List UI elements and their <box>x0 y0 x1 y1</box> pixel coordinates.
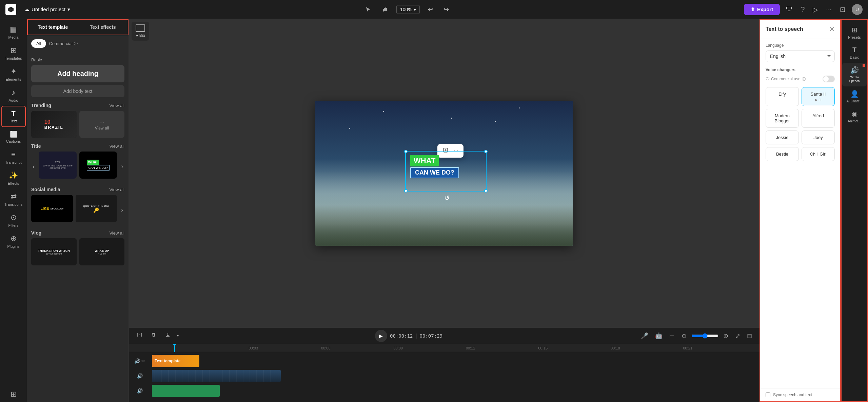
timeline-tracks: 🔊 ✏ Text template 🔊 <box>129 352 760 402</box>
right-sidebar-ai-chars[interactable]: 👤 AI Charc... <box>842 86 867 106</box>
sidebar-item-transcript[interactable]: ≡ Transcript <box>1 147 26 168</box>
title-prev-button[interactable]: ‹ <box>31 162 36 172</box>
playhead-triangle <box>173 344 176 346</box>
avatar[interactable]: U <box>852 4 863 15</box>
title-next-button[interactable]: › <box>120 162 124 172</box>
undo-button[interactable]: ↩ <box>425 4 436 15</box>
left-panel: Text template Text effects All Commercia… <box>27 19 129 402</box>
more-options-button[interactable]: ··· <box>824 4 834 15</box>
trending-view-all-card[interactable]: → View all <box>79 111 125 138</box>
layout-button[interactable]: ⊡ <box>838 4 848 15</box>
trending-template-brazil[interactable]: 10 BRAZIL <box>31 111 77 138</box>
hand-tool-button[interactable] <box>379 4 391 15</box>
rotate-handle[interactable]: ↺ <box>444 194 450 202</box>
ruler-mark-3: 00:09 <box>392 346 465 350</box>
sync-checkbox[interactable] <box>766 393 770 397</box>
trending-view-all[interactable]: View all <box>109 103 124 108</box>
sidebar-item-effects[interactable]: ✨ Effects <box>1 168 26 189</box>
zoom-slider[interactable] <box>691 333 718 339</box>
cursor-tool-button[interactable] <box>362 4 374 15</box>
sidebar-item-elements[interactable]: ✦ Elements <box>1 64 26 85</box>
vlog-template-2[interactable]: WAKE UP 7:15 am <box>79 238 125 265</box>
export-button[interactable]: ⬆ Export <box>744 4 780 15</box>
help-button[interactable]: ? <box>799 4 807 15</box>
voice-card-alfred[interactable]: Alfred <box>802 109 835 128</box>
title-template-2[interactable]: WHAT CAN WE DO? <box>79 152 117 179</box>
project-name[interactable]: ☁ Untitled project ▾ <box>24 6 70 13</box>
layout-toggle-button[interactable]: ⊟ <box>745 331 754 341</box>
present-button[interactable]: ▷ <box>811 4 820 15</box>
canvas-workspace[interactable]: ··· WHAT CAN WE DO? ↺ <box>129 19 760 327</box>
title-view-all[interactable]: View all <box>109 144 124 149</box>
sidebar-item-filters[interactable]: ⊙ Filters <box>1 210 26 231</box>
panel-scroll: Basic Add heading Add body text Trending… <box>27 52 129 402</box>
social-template-2[interactable]: QUOTE OF THE DAY 🔑 <box>76 195 117 222</box>
social-next-button[interactable]: › <box>120 205 124 215</box>
templates-icon: ⊞ <box>11 46 17 55</box>
tab-text-template[interactable]: Text template <box>28 20 78 35</box>
shield-button[interactable]: 🛡 <box>784 4 795 15</box>
sidebar-item-captions[interactable]: ⬜ Captions <box>1 127 26 147</box>
social-view-all[interactable]: View all <box>109 187 124 192</box>
social-template-1[interactable]: LIKE &FOLLOW <box>31 195 73 222</box>
filter-commercial[interactable]: Commercial ⓘ <box>49 41 77 46</box>
video-clip[interactable] <box>152 370 281 382</box>
canvas-replace-button[interactable] <box>441 146 450 156</box>
filters-icon: ⊙ <box>11 213 17 222</box>
voice-card-santa-ii[interactable]: Santa II ▶ ⊡ <box>802 87 835 106</box>
download-button[interactable] <box>163 330 173 341</box>
sidebar-item-templates[interactable]: ⊞ Templates <box>1 43 26 64</box>
chevron-down-icon: ▾ <box>414 7 416 12</box>
audio-clip[interactable] <box>152 385 220 397</box>
app-logo[interactable] <box>5 4 16 15</box>
voice-card-jessie[interactable]: Jessie <box>766 130 799 144</box>
vlog-view-all[interactable]: View all <box>109 230 124 236</box>
ratio-button-top[interactable]: Ratio <box>132 22 149 41</box>
zoom-selector[interactable]: 100% ▾ <box>396 5 420 14</box>
robot-button[interactable]: 🤖 <box>653 331 665 341</box>
right-sidebar-tts[interactable]: 🔊 Text toSpeech <box>842 63 867 86</box>
vlog-template-1[interactable]: THANKS FOR WATCH @Your account <box>31 238 77 265</box>
view-all-label: View all <box>95 126 109 130</box>
sidebar-item-grid[interactable]: ⊞ <box>1 386 26 402</box>
fullscreen-button[interactable]: ⤢ <box>733 331 742 341</box>
filter-all-button[interactable]: All <box>31 39 46 48</box>
commercial-toggle[interactable] <box>823 76 835 82</box>
total-time: 00:07:29 <box>420 333 442 339</box>
sidebar-item-text[interactable]: T Text <box>1 106 26 127</box>
voice-card-elfy[interactable]: Elfy <box>766 87 799 106</box>
tts-close-button[interactable]: ✕ <box>829 25 835 33</box>
right-sidebar-basic[interactable]: T Basic <box>842 43 867 63</box>
add-heading-button[interactable]: Add heading <box>31 65 124 82</box>
right-sidebar-animate[interactable]: ◉ Animat... <box>842 106 867 126</box>
zoom-out-button[interactable]: ⊖ <box>679 331 689 341</box>
language-select[interactable]: English <box>766 51 835 62</box>
svg-rect-0 <box>384 8 385 11</box>
delete-button[interactable] <box>149 330 159 341</box>
sidebar-item-transitions[interactable]: ⇄ Transitions <box>1 189 26 210</box>
export-icon: ⬆ <box>751 6 755 13</box>
active-indicator <box>863 64 865 67</box>
split-button[interactable]: ⊢ <box>667 331 677 341</box>
voice-card-chill-girl[interactable]: Chill Girl <box>802 147 835 161</box>
voice-card-joey[interactable]: Joey <box>802 130 835 144</box>
zoom-in-button[interactable]: ⊕ <box>721 331 730 341</box>
mic-button[interactable]: 🎤 <box>639 331 650 341</box>
redo-button[interactable]: ↪ <box>441 4 452 15</box>
add-body-text-button[interactable]: Add body text <box>31 85 124 97</box>
voice-changers-label: Voice changers <box>760 63 840 74</box>
sidebar-item-plugins[interactable]: ⊕ Plugins <box>1 231 26 252</box>
right-sidebar-presets[interactable]: ⊞ Presets <box>842 22 867 43</box>
play-button[interactable]: ▶ <box>375 330 387 342</box>
canvas-more-button[interactable]: ··· <box>452 146 460 155</box>
voice-card-bestie[interactable]: Bestie <box>766 147 799 161</box>
canvas-area: 00:03 Ratio <box>129 19 760 402</box>
sidebar-item-audio[interactable]: ♪ Audio <box>1 85 26 106</box>
canvas-text-element[interactable]: WHAT CAN WE DO? <box>410 155 459 178</box>
voice-card-modern-blogger[interactable]: Modern Blogger <box>766 109 799 128</box>
sidebar-item-media[interactable]: ▦ Media <box>1 22 26 43</box>
tab-text-effects[interactable]: Text effects <box>78 20 128 35</box>
transitions-icon: ⇄ <box>11 192 17 201</box>
text-clip[interactable]: Text template <box>152 355 199 367</box>
title-template-1[interactable]: 17% 17% of food is wasted at the consume… <box>39 152 77 179</box>
